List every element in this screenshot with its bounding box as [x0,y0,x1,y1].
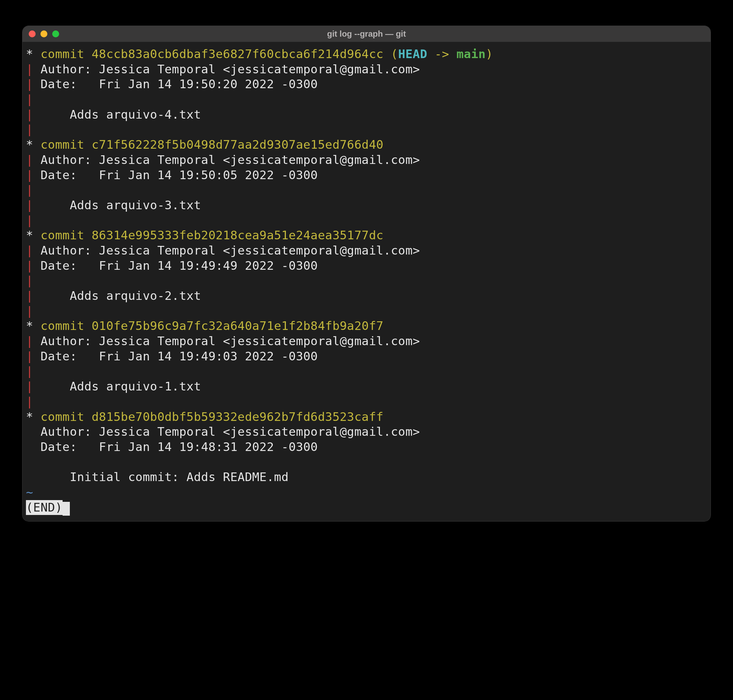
graph-pipe: | [26,334,33,348]
graph-star: * [26,138,33,151]
graph-pipe: | [26,153,33,167]
graph-star: * [26,319,33,333]
titlebar: git log --graph — git [22,26,711,42]
commit-word: commit [40,319,92,333]
commit-date: Date: Fri Jan 14 19:50:20 2022 -0300 [40,77,318,91]
commit-hash: 86314e995333feb20218cea9a51e24aea35177dc [92,228,383,242]
graph-pipe: | [26,92,33,106]
commit-author: Author: Jessica Temporal <jessicatempora… [40,62,420,76]
graph-pipe: | [26,259,33,272]
window-title: git log --graph — git [22,29,711,39]
commit-date: Date: Fri Jan 14 19:49:03 2022 -0300 [40,349,318,363]
graph-pipe: | [26,213,33,227]
commit-date: Date: Fri Jan 14 19:49:49 2022 -0300 [40,259,318,272]
graph-pipe: | [26,198,33,212]
ref-head: HEAD [398,47,427,61]
cursor-icon [63,502,70,516]
graph-pipe: | [26,349,33,363]
commit-author: Author: Jessica Temporal <jessicatempora… [40,244,420,257]
commit-hash: d815be70b0dbf5b59332ede962b7fd6d3523caff [92,410,383,424]
graph-pipe: | [26,122,33,136]
graph-pipe: | [26,77,33,91]
commit-message: Adds arquivo-4.txt [40,107,201,121]
graph-star: * [26,47,33,61]
ref-open: ( [383,47,398,61]
commit-hash: 48ccb83a0cb6dbaf3e6827f60cbca6f214d964cc [92,47,383,61]
pager-end-marker: (END) [26,500,63,515]
commit-word: commit [40,410,92,424]
commit-hash: 010fe75b96c9a7fc32a640a71e1f2b84fb9a20f7 [92,319,383,333]
terminal-window: git log --graph — git * commit 48ccb83a0… [22,26,711,521]
graph-pipe: | [26,379,33,393]
maximize-icon[interactable] [52,31,59,37]
commit-word: commit [40,47,92,61]
terminal-body[interactable]: * commit 48ccb83a0cb6dbaf3e6827f60cbca6f… [22,42,711,521]
graph-pipe: | [26,289,33,303]
commit-message: Adds arquivo-2.txt [40,289,201,303]
graph-pipe: | [26,62,33,76]
traffic-lights [29,31,59,37]
graph-pipe: | [26,168,33,182]
graph-star: * [26,410,33,424]
graph-pipe: | [26,395,33,409]
commit-author: Author: Jessica Temporal <jessicatempora… [40,425,420,438]
graph-pipe: | [26,274,33,287]
graph-pipe: | [26,304,33,318]
commit-hash: c71f562228f5b0498d77aa2d9307ae15ed766d40 [92,138,383,151]
graph-pipe: | [26,244,33,257]
ref-close: ) [486,47,493,61]
graph-pipe: | [26,107,33,121]
commit-word: commit [40,228,92,242]
commit-message: Initial commit: Adds README.md [40,470,289,484]
graph-pipe: | [26,364,33,378]
commit-date: Date: Fri Jan 14 19:48:31 2022 -0300 [40,440,318,454]
commit-author: Author: Jessica Temporal <jessicatempora… [40,153,420,167]
graph-pipe: | [26,183,33,197]
commit-author: Author: Jessica Temporal <jessicatempora… [40,334,420,348]
commit-message: Adds arquivo-3.txt [40,198,201,212]
commit-date: Date: Fri Jan 14 19:50:05 2022 -0300 [40,168,318,182]
ref-branch: main [456,47,485,61]
graph-star: * [26,228,33,242]
commit-word: commit [40,138,92,151]
commit-message: Adds arquivo-1.txt [40,379,201,393]
close-icon[interactable] [29,31,35,37]
ref-arrow: -> [427,47,456,61]
minimize-icon[interactable] [40,31,47,37]
tilde-line: ~ [26,485,33,499]
